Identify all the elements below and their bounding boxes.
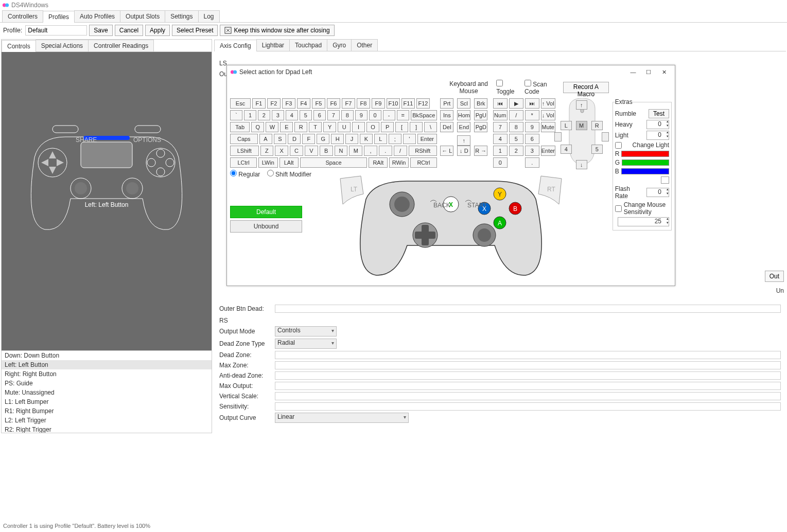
key-f4[interactable]: F4 <box>297 98 310 109</box>
tab-controllers[interactable]: Controllers <box>2 10 43 22</box>
key-[interactable]: = <box>397 110 409 120</box>
key-t[interactable]: T <box>309 122 322 132</box>
list-item[interactable]: Right: Right Button <box>2 369 212 379</box>
light-input[interactable]: 0 <box>646 131 669 140</box>
key-9[interactable]: 9 <box>355 110 368 120</box>
key-k[interactable]: K <box>360 134 373 144</box>
apply-button[interactable]: Apply <box>145 25 170 36</box>
numpad-key[interactable]: 9 <box>525 122 539 132</box>
key-[interactable]: . <box>379 146 392 156</box>
numpad-key[interactable]: 8 <box>509 122 523 132</box>
key-1[interactable]: 1 <box>244 110 256 120</box>
numpad-key[interactable]: Num <box>493 110 508 120</box>
keep-window-toggle[interactable]: Keep this window size after closing <box>220 25 334 36</box>
key-n[interactable]: N <box>335 146 348 156</box>
key-j[interactable]: J <box>345 134 358 144</box>
mouse-sens-checkbox[interactable]: Change Mouse Sensitivity <box>615 201 669 216</box>
tab-controls[interactable]: Controls <box>2 40 36 52</box>
key-5[interactable]: 5 <box>300 110 312 120</box>
key-c[interactable]: C <box>290 146 303 156</box>
controller-view[interactable]: SHARE OPTIONS Left: Left Button <box>2 52 212 350</box>
key-r[interactable]: R <box>294 122 307 132</box>
numpad-key[interactable]: 4 <box>493 134 508 144</box>
key-v[interactable]: V <box>305 146 318 156</box>
tab-profiles[interactable]: Profiles <box>43 11 75 23</box>
list-item[interactable]: L2: Left Trigger <box>2 416 212 425</box>
numpad-key[interactable]: ⏭ <box>525 98 539 109</box>
mouse-left-button[interactable]: L <box>561 121 572 130</box>
key-brk[interactable]: Brk <box>474 98 487 109</box>
key-space[interactable]: Space <box>300 157 367 168</box>
mouse-left-side[interactable] <box>554 132 562 141</box>
key-q[interactable]: Q <box>251 122 264 132</box>
maxzone-slider[interactable] <box>275 361 781 369</box>
color-swatch[interactable] <box>661 176 669 184</box>
key-6[interactable]: 6 <box>313 110 326 120</box>
tab-auto-profiles[interactable]: Auto Profiles <box>74 10 120 22</box>
numpad-key[interactable]: 0 <box>493 157 508 168</box>
list-item[interactable]: Left: Left Button <box>2 360 212 369</box>
scancode-checkbox[interactable]: Scan Code <box>524 80 557 95</box>
toggle-checkbox[interactable]: Toggle <box>496 80 518 95</box>
key-l[interactable]: L <box>374 134 387 144</box>
key-f1[interactable]: F1 <box>252 98 266 109</box>
key-rwin[interactable]: RWin <box>389 157 408 168</box>
mouse-right-button[interactable]: R <box>591 121 603 130</box>
key-pgu[interactable]: PgU <box>474 110 487 120</box>
rs-output-mode-select[interactable]: Controls <box>275 326 337 336</box>
key-e[interactable]: E <box>280 122 293 132</box>
key-o[interactable]: O <box>366 122 379 132</box>
key-[interactable]: ' <box>403 134 416 144</box>
outer-btn-dead-slider[interactable] <box>275 305 781 313</box>
sensitivity-slider[interactable] <box>275 402 781 411</box>
mapping-list[interactable]: Down: Down Button Left: Left Button Righ… <box>2 350 212 433</box>
tab-lightbar[interactable]: Lightbar <box>256 39 290 51</box>
key-lwin[interactable]: LWin <box>258 157 277 168</box>
key-scl[interactable]: Scl <box>457 98 470 109</box>
key-f6[interactable]: F6 <box>327 98 340 109</box>
numpad-key[interactable]: 6 <box>525 134 539 144</box>
sens-input[interactable]: 25 <box>618 217 669 226</box>
numpad-key[interactable]: ↑ Vol <box>541 98 555 109</box>
key-y[interactable]: Y <box>323 122 336 132</box>
key-i[interactable]: I <box>352 122 365 132</box>
flash-input[interactable]: 0 <box>646 188 669 197</box>
key-0[interactable]: 0 <box>369 110 381 120</box>
numpad-key[interactable]: * <box>525 110 539 120</box>
regular-radio[interactable]: Regular <box>230 171 260 178</box>
close-button[interactable]: ✕ <box>656 67 672 77</box>
key-lctrl[interactable]: LCtrl <box>230 157 257 168</box>
key-m[interactable]: M <box>349 146 362 156</box>
mouse-5-button[interactable]: 5 <box>591 145 603 154</box>
key-l[interactable]: ← L <box>440 146 453 156</box>
key-del[interactable]: Del <box>440 122 453 132</box>
key-g[interactable]: G <box>317 134 329 144</box>
key-end[interactable]: End <box>457 122 470 132</box>
key-enter[interactable]: Enter <box>417 134 437 144</box>
g-slider[interactable] <box>622 159 669 166</box>
key-2[interactable]: 2 <box>258 110 270 120</box>
key-f7[interactable]: F7 <box>342 98 355 109</box>
key-lalt[interactable]: LAlt <box>279 157 299 168</box>
tab-log[interactable]: Log <box>198 10 220 22</box>
key-bkspace[interactable]: BkSpace <box>411 110 437 120</box>
list-item[interactable]: Mute: Unassigned <box>2 388 212 397</box>
tab-settings[interactable]: Settings <box>165 10 198 22</box>
key-f8[interactable]: F8 <box>357 98 370 109</box>
numpad-key[interactable]: ▶ <box>509 98 523 109</box>
key-[interactable]: [ <box>395 122 408 132</box>
key-3[interactable]: 3 <box>272 110 284 120</box>
key-x[interactable]: X <box>275 146 288 156</box>
numpad-key[interactable]: . <box>525 157 539 168</box>
key-4[interactable]: 4 <box>286 110 298 120</box>
shift-modifier-radio[interactable]: Shift Modifier <box>267 171 311 178</box>
numpad-key[interactable]: / <box>509 110 523 120</box>
key-f9[interactable]: F9 <box>372 98 385 109</box>
key-[interactable]: ` <box>230 110 242 120</box>
key-up[interactable]: ↑ <box>457 135 470 146</box>
r-slider[interactable] <box>621 151 669 157</box>
key-esc[interactable]: Esc <box>230 98 251 109</box>
key-f10[interactable]: F10 <box>387 98 400 109</box>
key-d[interactable]: D <box>288 134 301 144</box>
numpad-key[interactable]: ⏮ <box>493 98 508 109</box>
